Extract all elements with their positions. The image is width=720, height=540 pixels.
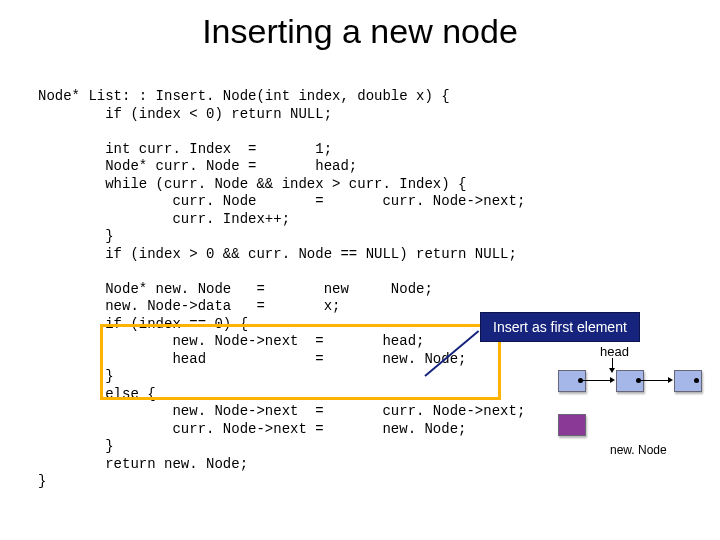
callout-box: Insert as first element [480,312,640,342]
code-listing: Node* List: : Insert. Node(int index, do… [38,88,525,491]
head-label: head [600,344,629,359]
newnode-label: new. Node [610,443,667,457]
arrow-head-icon [609,368,615,373]
pointer-dot [694,378,699,383]
arrow-head-icon [668,377,673,383]
next-arrow [641,380,669,381]
new-node [558,414,586,436]
arrow-head-icon [610,377,615,383]
slide-title: Inserting a new node [0,12,720,51]
next-arrow [583,380,611,381]
callout-text: Insert as first element [493,319,627,335]
